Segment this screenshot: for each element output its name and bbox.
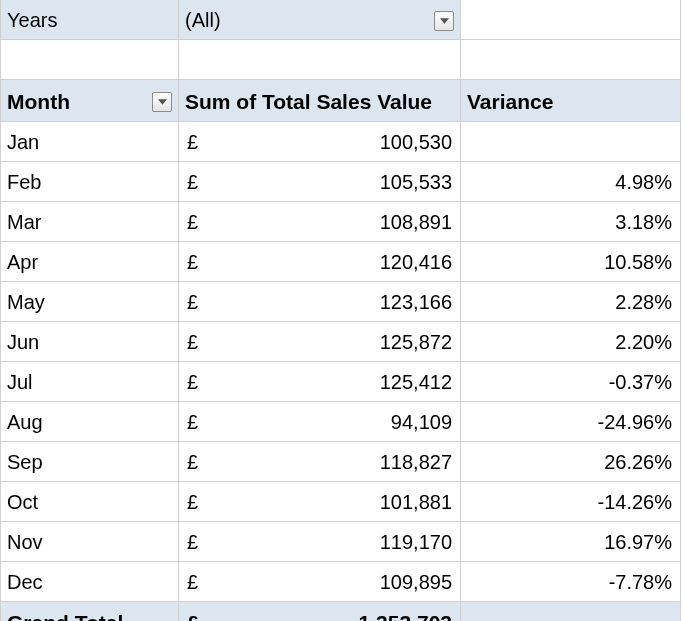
table-row: May£123,1662.28% [1,282,685,322]
month-cell: May [1,282,179,322]
sales-value: 105,533 [380,171,454,194]
month-cell: Mar [1,202,179,242]
month-cell: Oct [1,482,179,522]
table-row: Dec£109,895-7.78% [1,562,685,602]
variance-value: 3.18% [467,211,674,234]
sales-value: 125,872 [380,331,454,354]
variance-cell: 2.20% [461,322,681,362]
sales-cell: £123,166 [179,282,461,322]
month-cell: Jan [1,122,179,162]
variance-cell [461,122,681,162]
variance-cell: 2.28% [461,282,681,322]
sales-cell: £125,412 [179,362,461,402]
variance-value: 16.97% [467,531,674,554]
filter-value: (All) [185,9,221,32]
sales-value: 100,530 [380,131,454,154]
month-cell: Nov [1,522,179,562]
variance-cell: 4.98% [461,162,681,202]
currency-symbol: £ [185,371,198,394]
month-cell: Jun [1,322,179,362]
sales-value: 101,881 [380,491,454,514]
variance-value: -0.37% [467,371,674,394]
empty-cell [461,0,681,40]
month-label: Jan [7,131,172,154]
variance-header: Variance [467,90,553,114]
grand-total-row: Grand Total £ 1,353,703 [1,602,685,621]
month-label: Nov [7,531,172,554]
grand-total-label: Grand Total [7,611,123,621]
variance-value: -7.78% [467,571,674,594]
filter-dropdown-button[interactable] [434,11,454,31]
currency-symbol: £ [185,491,198,514]
table-row: Jul£125,412-0.37% [1,362,685,402]
table-row: Nov£119,17016.97% [1,522,685,562]
month-label: Mar [7,211,172,234]
header-row: Month Sum of Total Sales Value Variance [1,80,685,122]
filter-label-cell: Years [1,0,179,40]
currency-symbol: £ [185,291,198,314]
month-label: Jun [7,331,172,354]
sales-cell: £119,170 [179,522,461,562]
month-label: Jul [7,371,172,394]
chevron-down-icon [158,99,167,105]
currency-symbol: £ [185,451,198,474]
currency-symbol: £ [185,611,199,621]
sales-value: 125,412 [380,371,454,394]
month-cell: Sep [1,442,179,482]
month-header-cell[interactable]: Month [1,80,179,122]
filter-value-cell[interactable]: (All) [179,0,461,40]
table-row: Jan£100,530 [1,122,685,162]
pivot-table: Years (All) Month Sum of Total Sales Val… [0,0,685,621]
table-row: Mar£108,8913.18% [1,202,685,242]
currency-symbol: £ [185,131,198,154]
month-header: Month [7,90,70,114]
month-label: Apr [7,251,172,274]
month-label: May [7,291,172,314]
currency-symbol: £ [185,251,198,274]
month-cell: Apr [1,242,179,282]
variance-value: -14.26% [467,491,674,514]
month-cell: Aug [1,402,179,442]
sales-value: 123,166 [380,291,454,314]
variance-value: 26.26% [467,451,674,474]
table-row: Aug£94,109-24.96% [1,402,685,442]
grand-total-variance-cell [461,602,681,621]
sales-value: 94,109 [391,411,454,434]
sales-value: 118,827 [380,451,454,474]
table-row: Apr£120,41610.58% [1,242,685,282]
sales-cell: £109,895 [179,562,461,602]
table-row: Sep£118,82726.26% [1,442,685,482]
variance-value: -24.96% [467,411,674,434]
currency-symbol: £ [185,411,198,434]
sales-cell: £118,827 [179,442,461,482]
variance-value: 10.58% [467,251,674,274]
filter-label: Years [7,9,57,32]
sales-value: 109,895 [380,571,454,594]
month-label: Feb [7,171,172,194]
currency-symbol: £ [185,531,198,554]
sales-cell: £125,872 [179,322,461,362]
variance-cell: 26.26% [461,442,681,482]
filter-row: Years (All) [1,0,685,40]
currency-symbol: £ [185,171,198,194]
sales-cell: £94,109 [179,402,461,442]
variance-header-cell: Variance [461,80,681,122]
sales-cell: £100,530 [179,122,461,162]
blank-row [1,40,685,80]
variance-cell: -0.37% [461,362,681,402]
table-row: Feb£105,5334.98% [1,162,685,202]
sales-value: 120,416 [380,251,454,274]
table-row: Oct£101,881-14.26% [1,482,685,522]
variance-value: 4.98% [467,171,674,194]
variance-cell: -14.26% [461,482,681,522]
data-rows: Jan£100,530Feb£105,5334.98%Mar£108,8913.… [1,122,685,602]
variance-cell: 10.58% [461,242,681,282]
variance-value: 2.28% [467,291,674,314]
month-label: Oct [7,491,172,514]
variance-cell: -7.78% [461,562,681,602]
variance-cell: -24.96% [461,402,681,442]
table-row: Jun£125,8722.20% [1,322,685,362]
sales-cell: £101,881 [179,482,461,522]
month-dropdown-button[interactable] [152,92,172,112]
sales-header: Sum of Total Sales Value [185,90,432,114]
